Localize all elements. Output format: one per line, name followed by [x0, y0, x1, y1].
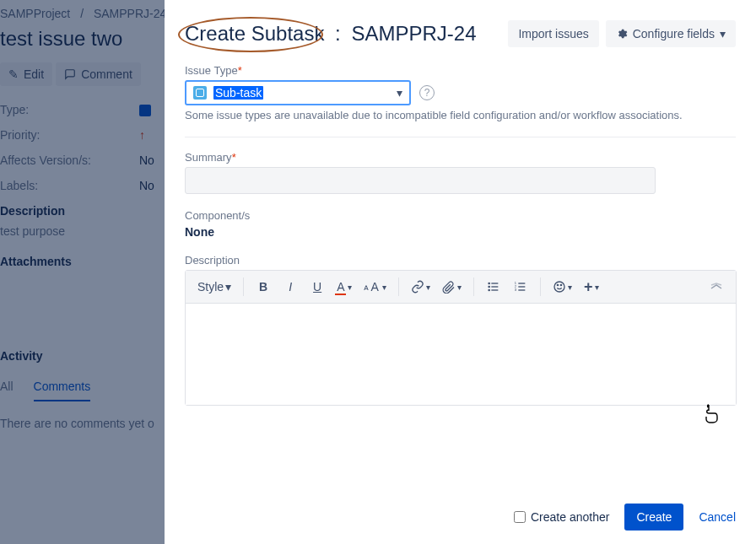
gear-icon [616, 28, 628, 40]
editor-toolbar: Style▾ B I U A▾ ᴀA▾ ▾ ▾ [186, 271, 736, 304]
more-button[interactable]: + ▾ [579, 274, 604, 299]
caret-down-icon: ▾ [720, 27, 726, 40]
svg-point-4 [488, 289, 490, 292]
style-dropdown[interactable]: Style▾ [192, 274, 236, 299]
modal-title: Create Subtask : SAMPPRJ-24 [185, 22, 476, 46]
svg-point-0 [488, 283, 490, 285]
components-value: None [185, 225, 736, 239]
caret-down-icon: ▾ [457, 283, 462, 292]
svg-point-12 [554, 282, 564, 292]
caret-down-icon: ▾ [382, 283, 386, 292]
svg-rect-6 [518, 283, 525, 283]
issue-type-help: Some issue types are unavailable due to … [185, 109, 736, 121]
issue-type-select[interactable]: Sub-task ▾ [185, 80, 411, 105]
toolbar-separator [243, 277, 244, 296]
toolbar-separator [473, 277, 474, 296]
toolbar-separator [540, 277, 541, 296]
toolbar-separator [398, 277, 399, 296]
svg-point-14 [560, 284, 561, 285]
components-label: Component/s [185, 209, 736, 222]
create-another-checkbox[interactable] [514, 511, 526, 523]
svg-point-2 [488, 286, 490, 288]
summary-input[interactable] [185, 167, 656, 194]
caret-down-icon: ▾ [426, 283, 430, 292]
create-another-checkbox-label[interactable]: Create another [514, 510, 609, 524]
issue-type-label: Issue Type* [185, 64, 736, 77]
svg-rect-7 [518, 286, 525, 287]
subtask-icon [193, 86, 207, 100]
help-icon[interactable]: ? [419, 85, 435, 100]
create-button[interactable]: Create [624, 504, 683, 531]
description-editor: Style▾ B I U A▾ ᴀA▾ ▾ ▾ [185, 270, 737, 406]
attachment-button[interactable]: ▾ [437, 274, 467, 299]
clear-format-button[interactable]: ᴀA▾ [359, 274, 391, 299]
emoticon-button[interactable]: ▾ [548, 274, 577, 299]
configure-fields-button[interactable]: Configure fields ▾ [606, 20, 736, 47]
caret-down-icon: ▾ [568, 283, 572, 292]
link-button[interactable]: ▾ [406, 274, 435, 299]
bullet-list-button[interactable] [481, 274, 506, 299]
import-issues-button[interactable]: Import issues [508, 20, 598, 47]
description-label: Description [185, 254, 736, 267]
svg-rect-1 [491, 283, 498, 283]
summary-label: Summary* [185, 151, 736, 164]
issue-type-value: Sub-task [213, 86, 263, 100]
number-list-button[interactable]: 123 [508, 274, 533, 299]
svg-rect-3 [491, 286, 498, 287]
description-textarea[interactable] [186, 304, 736, 405]
svg-text:3: 3 [514, 288, 516, 292]
svg-rect-5 [491, 289, 498, 290]
svg-rect-8 [518, 289, 525, 290]
text-color-button[interactable]: A▾ [332, 274, 357, 299]
svg-point-13 [557, 284, 558, 285]
underline-button[interactable]: U [305, 274, 330, 299]
italic-button[interactable]: I [278, 274, 303, 299]
caret-down-icon: ▾ [595, 283, 599, 292]
collapse-toolbar-button[interactable] [704, 274, 729, 299]
bold-button[interactable]: B [251, 274, 276, 299]
caret-down-icon: ▾ [225, 280, 231, 294]
cancel-button[interactable]: Cancel [699, 510, 736, 524]
chevron-down-icon: ▾ [397, 86, 402, 100]
create-subtask-modal: Create Subtask : SAMPPRJ-24 Import issue… [165, 0, 756, 544]
caret-down-icon: ▾ [348, 283, 352, 292]
